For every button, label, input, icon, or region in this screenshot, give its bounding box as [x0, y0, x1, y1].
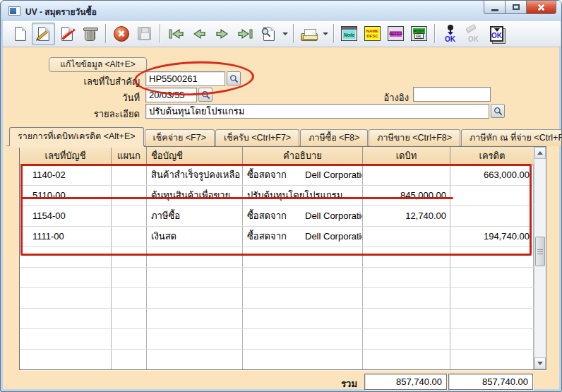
scrollbar-thumb[interactable]: [535, 237, 545, 266]
maximize-button[interactable]: [506, 1, 526, 14]
cell-account-name: ภาษีซื้อ: [147, 206, 243, 226]
scroll-up-button[interactable]: [534, 147, 546, 159]
col-header-department[interactable]: แผนก: [112, 147, 147, 165]
note-button[interactable]: Note: [337, 23, 361, 45]
table-row-empty[interactable]: [20, 288, 534, 309]
chevron-down-icon: [323, 32, 328, 35]
cell-debit: [363, 165, 450, 185]
cell-description: ซื้อสดจากDell Corporation: [243, 206, 363, 226]
date-label: วันที่: [43, 90, 140, 102]
print-button[interactable]: [297, 23, 321, 45]
last-record-button[interactable]: [234, 23, 257, 45]
table-row-empty[interactable]: [20, 309, 534, 329]
cell-account: 5110-00: [20, 186, 112, 206]
table-row-empty[interactable]: [20, 350, 534, 369]
cell-account: 1111-00: [20, 227, 112, 247]
approve-document-icon: OK: [490, 26, 503, 42]
tab-purchase-tax[interactable]: ภาษีซื้อ <F8>: [300, 129, 368, 146]
cell-account-name: ต้นทุนสินค้าเพื่อขาย: [147, 186, 243, 206]
voucher-label: เลขที่ใบสำคัญ: [43, 74, 140, 86]
refer-button[interactable]: REFER: [384, 23, 407, 45]
next-record-icon: [213, 28, 232, 40]
scroll-up-icon: [537, 151, 543, 155]
close-button[interactable]: [526, 1, 556, 14]
preview-dropdown-button[interactable]: [280, 23, 289, 44]
last-record-icon: [237, 28, 255, 40]
table-row[interactable]: 1111-00 เงินสด ซื้อสดจากDell Corporation…: [20, 227, 534, 247]
eraser-icon: [465, 23, 477, 32]
scroll-down-icon: [537, 362, 543, 365]
pushpin-icon: [448, 25, 453, 30]
reference-input[interactable]: [413, 87, 491, 102]
date-input[interactable]: [145, 88, 197, 102]
tab-withholding-tax[interactable]: ภาษีหัก ณ ที่จ่าย <Ctrl+F10>: [461, 129, 562, 146]
refer-icon: REFER: [388, 26, 404, 41]
delete-button[interactable]: [78, 23, 102, 45]
col-header-debit[interactable]: เดบิท: [363, 147, 450, 165]
save-button[interactable]: [133, 23, 156, 45]
unapprove-button[interactable]: OK: [462, 23, 485, 45]
grid-header-row: เลขที่บัญชี แผนก ชื่อบัญชี คำอธิบาย เดบิ…: [20, 147, 534, 165]
approve-button[interactable]: OK: [438, 23, 462, 45]
tab-sales-tax[interactable]: ภาษีขาย <Ctrl+F8>: [369, 129, 460, 146]
thumb-grip-icon: [537, 249, 543, 254]
cell-department: [112, 165, 147, 185]
toolbar-separator: [293, 24, 294, 43]
cancel-button[interactable]: [109, 23, 133, 45]
col-header-account[interactable]: เลขที่บัญชี: [20, 147, 112, 165]
date-search-button[interactable]: [198, 88, 213, 102]
name-desc-icon: NAME DESC: [364, 26, 381, 41]
cell-account: 1154-00: [20, 206, 112, 226]
detail-input[interactable]: [145, 104, 489, 119]
vertical-scrollbar[interactable]: [534, 147, 546, 369]
preview-button[interactable]: [257, 23, 280, 45]
prev-record-button[interactable]: [187, 23, 210, 45]
table-row-empty[interactable]: [20, 268, 534, 288]
void-button[interactable]: VOID: [55, 23, 78, 45]
edit-button[interactable]: [32, 23, 55, 45]
table-row[interactable]: 5110-00 ต้นทุนสินค้าเพื่อขาย ปรับต้นทุนโ…: [20, 186, 534, 206]
col-header-account-name[interactable]: ชื่อบัญชี: [147, 147, 243, 165]
voucher-search-button[interactable]: [227, 71, 241, 85]
cell-credit: [450, 186, 534, 206]
table-row-empty[interactable]: [20, 329, 534, 350]
unapprove-eraser-icon: OK: [465, 25, 483, 43]
table-row[interactable]: 1154-00 ภาษีซื้อ ซื้อสดจากDell Corporati…: [20, 206, 534, 227]
cell-debit: [363, 227, 450, 247]
toolbar-separator: [434, 24, 435, 43]
tab-cheque-received[interactable]: เช็ครับ <Ctrl+F7>: [215, 129, 299, 146]
cell-description: ซื้อสดจากDell Corporation: [243, 227, 363, 247]
table-row[interactable]: 1140-02 สินค้าสำเร็จรูปคงเหลือ ซื้อสดจาก…: [20, 165, 534, 186]
print-dropdown-button[interactable]: [321, 23, 330, 44]
void-document-icon: VOID: [61, 27, 73, 41]
detail-search-button[interactable]: [491, 104, 505, 118]
approve-all-button[interactable]: OK: [485, 23, 508, 45]
cell-account-name: เงินสด: [147, 227, 243, 247]
scroll-down-button[interactable]: [534, 357, 546, 369]
cell-department: [112, 227, 147, 247]
app-icon: [8, 6, 20, 16]
cell-account-name: สินค้าสำเร็จรูปคงเหลือ: [147, 165, 243, 185]
col-header-credit[interactable]: เครดิต: [450, 147, 534, 165]
minimize-button[interactable]: [484, 1, 506, 14]
next-record-button[interactable]: [210, 23, 234, 45]
col-header-description[interactable]: คำอธิบาย: [243, 147, 363, 165]
tab-cheque-paid[interactable]: เช็คจ่าย <F7>: [145, 129, 215, 146]
maximize-icon: [513, 4, 520, 10]
voucher-input[interactable]: [145, 71, 225, 86]
total-credit-box: 857,740.00: [448, 374, 533, 390]
name-desc-button[interactable]: NAME DESC: [361, 23, 384, 45]
cell-description: ซื้อสดจากDell Corporation: [243, 165, 363, 185]
printer-icon: [301, 33, 318, 41]
total-debit-box: 857,740.00: [364, 374, 447, 390]
search-icon: [494, 107, 503, 116]
minimize-icon: [491, 9, 498, 11]
new-button[interactable]: [8, 23, 32, 45]
post-gl-button[interactable]: POST GL: [407, 23, 431, 45]
edit-mode-label: แก้ไขข้อมูล <Alt+E>: [49, 57, 147, 72]
first-record-button[interactable]: [164, 23, 187, 45]
tab-debit-credit[interactable]: รายการที่เดบิท/เครดิต <Alt+E>: [9, 127, 144, 146]
cell-debit: 12,740.00: [363, 206, 450, 226]
table-row-empty[interactable]: [20, 247, 534, 268]
chevron-down-icon: [282, 32, 288, 35]
